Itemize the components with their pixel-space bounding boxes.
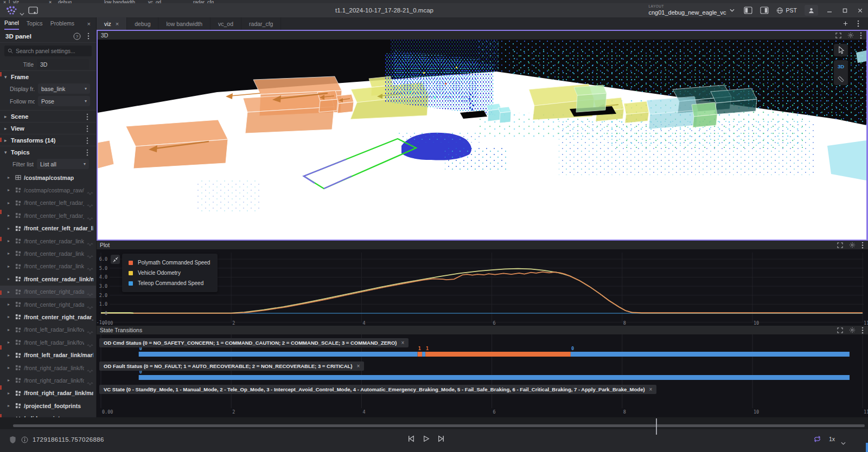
chevron-right-icon[interactable]: ▸ [8,327,12,332]
gear-icon[interactable] [848,242,856,249]
topic-row[interactable]: ▸/front_center_radar_link/fo... [0,260,97,273]
shield-icon[interactable] [9,435,16,444]
pointer-tool-button[interactable] [834,44,848,56]
remove-series-icon[interactable]: × [649,386,653,392]
speed-chevron-icon[interactable] [841,437,846,441]
tab-radar_cfg[interactable]: radar_cfg [241,17,281,30]
chevron-right-icon[interactable]: ▸ [8,391,12,396]
topic-row[interactable]: ▸/front_center_radar_link/m... [0,273,97,285]
sidebar-tab-topics[interactable]: Topics [27,18,43,29]
skip-backward-button[interactable] [407,435,417,444]
topic-row[interactable]: ▸/front_right_radar_link/mar... [0,387,97,399]
topic-row[interactable]: ▸/projected_footprints [0,399,97,412]
chevron-right-icon[interactable]: ▸ [8,226,12,231]
chevron-right-icon[interactable]: ▸ [8,365,12,370]
topic-row[interactable]: ▸/front_center_left_radar_lin... [0,222,97,235]
view-menu-icon[interactable] [86,125,92,132]
chevron-right-icon[interactable]: ▸ [8,403,12,408]
window-close-button[interactable] [856,7,864,14]
skip-forward-button[interactable] [437,435,447,444]
transforms-menu-icon[interactable] [86,137,92,144]
topic-row[interactable]: ▸/front_center_right_radar_li... [0,286,97,298]
chevron-right-icon[interactable]: ▸ [8,340,12,345]
app-logo-icon[interactable] [5,5,17,15]
title-field[interactable]: 3D [37,59,89,69]
section-frame[interactable]: ▾ Frame [0,70,96,82]
remove-series-icon[interactable]: × [401,340,405,346]
chevron-right-icon[interactable]: ▸ [8,238,12,243]
panel-3d[interactable]: 3D [97,30,868,241]
section-topics[interactable]: ▾ Topics [0,146,96,158]
legend-collapse-button[interactable] [111,255,120,264]
legend-item[interactable]: Polymath Commanded Speed [122,257,218,268]
follow-mode-select[interactable]: Pose▾ [38,96,90,106]
topic-row[interactable]: ▸/front_center_right_radar_li... [0,311,97,323]
section-scene[interactable]: ▸ Scene [0,110,96,122]
legend-item[interactable]: Vehicle Odometry [122,268,218,278]
app-menu-chevron-icon[interactable] [20,8,25,12]
topic-row[interactable]: ▸/front_right_radar_link/fov_... [0,374,97,386]
topic-row[interactable]: ▸/front_left_radar_link/mark... [0,349,97,361]
chevron-right-icon[interactable]: ▸ [8,251,12,256]
chevron-right-icon[interactable]: ▸ [8,314,12,319]
layout-selector[interactable]: LAYOUT cng01_debug_new_eagle_vc [648,5,735,16]
remove-series-icon[interactable]: × [357,363,360,369]
playback-speed[interactable]: 1x [829,436,835,442]
topic-row[interactable]: ▸/front_center_right_radar_li... [0,298,97,311]
3d-toggle-button[interactable]: 3D [834,60,848,73]
topic-row[interactable]: ▸/costmap/costmap [0,171,97,184]
sidebar-tab-panel[interactable]: Panel [4,17,19,30]
chevron-right-icon[interactable]: ▸ [8,188,12,192]
fullscreen-icon[interactable] [837,242,844,249]
window-minimize-button[interactable] [826,7,833,14]
chevron-right-icon[interactable]: ▸ [8,201,12,205]
right-sidebar-toggle[interactable] [760,7,769,14]
timezone-indicator[interactable]: PST [776,7,797,14]
panel-plot[interactable]: Plot 6.05.04.03.02.01.00-1.00.0024681011… [97,241,868,326]
tab-close-icon[interactable]: × [116,21,119,27]
window-maximize-button[interactable] [841,7,848,14]
fullscreen-icon[interactable] [837,327,844,334]
chevron-right-icon[interactable]: ▸ [8,276,12,281]
chevron-right-icon[interactable]: ▸ [8,213,12,218]
legend-item[interactable]: Teleop Commanded Speed [122,278,218,288]
fullscreen-icon[interactable] [835,32,842,39]
loop-icon[interactable] [813,435,822,443]
help-icon[interactable]: ? [73,32,81,40]
tab-debug[interactable]: debug [127,17,158,30]
scene-menu-icon[interactable] [86,113,92,120]
gear-icon[interactable] [848,327,856,334]
panel-menu-icon[interactable] [860,327,865,334]
play-button[interactable] [422,435,432,444]
measure-tool-button[interactable] [834,73,848,85]
panel-menu-icon[interactable] [859,32,863,39]
tab-vc_od[interactable]: vc_od [210,17,241,30]
filter-list-select[interactable]: List all▾ [37,159,89,169]
chevron-right-icon[interactable]: ▸ [8,302,12,307]
settings-search-input[interactable] [16,48,86,54]
tab-viz[interactable]: viz× [97,17,127,30]
chevron-right-icon[interactable]: ▸ [8,264,12,269]
playhead-marker[interactable] [656,418,657,435]
section-transforms[interactable]: ▸ Transforms (14) [0,134,96,146]
chevron-right-icon[interactable]: ▸ [8,289,12,294]
section-view[interactable]: ▸ View [0,122,96,134]
left-sidebar-toggle[interactable] [744,7,752,14]
display-frame-select[interactable]: base_link▾ [38,83,90,94]
topic-row[interactable]: ▸/front_center_radar_link/co... [0,235,97,247]
chevron-right-icon[interactable]: ▸ [8,378,12,383]
topic-row[interactable]: ▸/front_center_radar_link/fov [0,247,97,260]
sidebar-close-icon[interactable]: × [87,21,91,27]
settings-search[interactable] [4,46,92,56]
topic-row[interactable]: ▸/front_center_left_radar_lin... [0,209,97,222]
add-tab-button[interactable] [842,21,848,27]
tabbar-menu-icon[interactable] [855,21,861,27]
panel-menu-icon[interactable] [860,242,865,249]
topic-row[interactable]: ▸/front_left_radar_link/fov [0,324,97,336]
account-button[interactable] [805,5,818,16]
chevron-right-icon[interactable]: ▸ [8,353,12,358]
topic-row[interactable]: ▸/front_right_radar_link/fov [0,361,97,374]
topics-menu-icon[interactable] [86,148,92,156]
gear-icon[interactable] [847,32,854,39]
timeline-scrubber[interactable] [13,424,865,427]
